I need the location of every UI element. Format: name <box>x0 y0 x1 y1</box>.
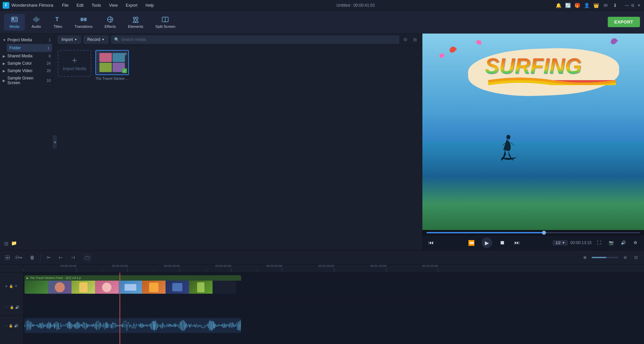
ruler-tick-4 <box>231 268 231 272</box>
ruler-minor-1 <box>50 270 50 272</box>
sidebar-section-sample-green-screen[interactable]: ▶ Sample Green Screen 10 <box>0 74 53 87</box>
snap-btn[interactable] <box>13 254 20 261</box>
titles-icon: T <box>54 16 61 23</box>
svg-rect-7 <box>84 18 87 21</box>
chevron-right-icon2: ▶ <box>3 62 6 65</box>
project-media-children: Folder 1 <box>0 44 53 52</box>
view-toggle-icon[interactable]: ⊞ <box>412 36 418 44</box>
fullscreen-icon[interactable]: ⛶ <box>594 238 604 247</box>
progress-bar[interactable] <box>426 232 640 233</box>
svg-rect-1 <box>12 18 14 20</box>
gift-icon[interactable]: 🎁 <box>575 3 580 8</box>
video-track-content: ▶ 70s Travel Stickers Pack - 4[V] vol:4 … <box>24 273 644 299</box>
maximize-btn[interactable]: ⧉ <box>631 3 635 8</box>
toolbar-audio[interactable]: Audio <box>26 14 46 31</box>
import-media-button[interactable]: + Import Media <box>58 50 91 77</box>
sidebar-section-project-media[interactable]: ▼ Project Media 1 <box>0 36 53 44</box>
media-grid: + Import Media ⊞ ✓ <box>54 46 422 250</box>
mail-icon[interactable]: ✉ <box>603 3 608 8</box>
video-clip[interactable]: ▶ 70s Travel Stickers Pack - 4[V] vol:4 … <box>25 275 241 294</box>
menu-export[interactable]: Export <box>125 2 139 8</box>
timeline-left-btns <box>4 254 20 261</box>
ruler-mark-2: 00:00:20:00 <box>128 268 128 272</box>
crown-icon[interactable]: 👑 <box>594 3 599 8</box>
search-bar[interactable]: 🔍 <box>111 36 399 44</box>
toolbar-transitions[interactable]: Transitions <box>69 14 98 31</box>
ruler-mark-6: 00:01:00:00 <box>334 268 334 272</box>
speaker-icon-2[interactable]: 🔊 <box>14 324 18 328</box>
notification-icon[interactable]: 🔔 <box>556 3 561 8</box>
menu-edit[interactable]: Edit <box>75 2 85 8</box>
ruler-label-5: 00:00:50:00 <box>266 265 282 268</box>
close-btn[interactable]: ✕ <box>637 3 641 8</box>
preview-progress <box>422 230 644 235</box>
rewind-btn[interactable]: ⏪ <box>467 238 476 247</box>
shared-media-label: Shared Media <box>7 54 47 58</box>
user-icon[interactable]: 👤 <box>584 3 590 8</box>
filter-icon[interactable]: ⚙ <box>402 36 409 44</box>
fit-to-window-icon[interactable]: ⊡ <box>632 253 640 262</box>
add-track-btn[interactable] <box>4 254 11 261</box>
zoom-slider[interactable] <box>592 257 618 258</box>
video-track-label: ▶ 🔒 👁 <box>0 273 24 299</box>
sidebar-section-sample-video[interactable]: ▶ Sample Video 20 <box>0 67 53 74</box>
empty-track-label-1: ⑦ 1 🔒 🔊 <box>0 299 23 316</box>
stop-btn[interactable]: ⏹ <box>498 238 507 247</box>
export-button[interactable]: EXPORT <box>608 17 640 27</box>
sidebar-section-shared-media[interactable]: ▶ Shared Media 0 <box>0 52 53 60</box>
menu-tools[interactable]: Tools <box>90 2 102 8</box>
progress-handle[interactable] <box>542 231 546 235</box>
split-btn[interactable]: ⊢ <box>57 253 65 262</box>
minor-tick <box>257 270 257 272</box>
frame-3 <box>72 281 95 294</box>
eye-icon[interactable]: 👁 <box>14 284 18 288</box>
sidebar-collapse-btn[interactable]: ◀ <box>53 135 57 149</box>
ruler-label-3: 00:00:30:00 <box>164 265 180 268</box>
sample-color-label: Sample Color <box>7 61 45 66</box>
minimize-btn[interactable]: — <box>625 3 629 8</box>
lock-icon-3[interactable]: 🔒 <box>9 324 13 328</box>
zoom-out-icon[interactable]: ⊖ <box>621 253 629 262</box>
cut-btn[interactable]: ✂ <box>45 253 53 262</box>
sync-icon[interactable]: 🔄 <box>565 3 571 8</box>
volume-icon[interactable]: 🔊 <box>618 238 628 247</box>
sidebar-section-sample-color[interactable]: ▶ Sample Color 24 <box>0 60 53 67</box>
toolbar-elements[interactable]: Elements <box>123 14 149 31</box>
clip-header: ▶ 70s Travel Stickers Pack - 4[V] vol:4 … <box>25 275 241 281</box>
media-item-70s-stickers[interactable]: ⊞ ✓ 70s Travel Stickers Pack... <box>95 50 129 80</box>
media-icon <box>11 16 18 23</box>
next-frame-btn[interactable]: ⏭ <box>512 238 522 247</box>
record-dropdown[interactable]: Record ▼ <box>84 36 108 44</box>
media-panel-toolbar: Import ▼ Record ▼ 🔍 ⚙ ⊞ <box>54 34 422 46</box>
kite-1 <box>448 45 457 54</box>
lock-icon[interactable]: 🔒 <box>9 284 13 288</box>
svg-text:T: T <box>55 16 59 22</box>
toolbar-effects[interactable]: Effects <box>99 14 121 31</box>
audio-clip[interactable] <box>25 318 241 333</box>
add-media-btn[interactable] <box>84 254 91 261</box>
timeline-toolbar: ↩ ↪ 🗑 ✂ ⊢ ⊣ ⊕ ⊖ ⊡ <box>0 250 644 265</box>
audio-detach-btn[interactable]: ⊣ <box>69 253 77 262</box>
import-dropdown[interactable]: Import ▼ <box>58 36 81 44</box>
delete-btn[interactable]: 🗑 <box>28 253 36 262</box>
screenshot-icon[interactable]: 📷 <box>606 238 616 247</box>
toolbar-splitscreen[interactable]: Split Screen <box>150 14 181 31</box>
download-icon[interactable]: ⬇ <box>612 3 618 8</box>
menu-file[interactable]: File <box>61 2 70 8</box>
sidebar-folder-icon[interactable]: 📁 <box>11 240 17 247</box>
toolbar-titles[interactable]: T Titles <box>48 14 68 31</box>
zoom-in-icon[interactable]: ⊕ <box>581 253 589 262</box>
menu-help[interactable]: Help <box>144 2 155 8</box>
toolbar-media[interactable]: Media <box>4 14 25 31</box>
frame-8 <box>189 281 213 294</box>
sidebar-item-folder[interactable]: Folder 1 <box>7 44 52 52</box>
prev-frame-btn[interactable]: ⏮ <box>426 238 436 247</box>
menu-view[interactable]: View <box>108 2 119 8</box>
search-input[interactable] <box>121 37 396 42</box>
sidebar-add-icon[interactable]: ⊞ <box>4 240 8 247</box>
play-btn[interactable]: ▶ <box>481 237 492 248</box>
speaker-icon[interactable]: 🔊 <box>15 305 19 309</box>
quality-selector[interactable]: 1/2 ▼ <box>553 240 567 245</box>
lock-icon-2[interactable]: 🔒 <box>10 305 14 309</box>
settings-icon[interactable]: ⚙ <box>631 238 640 247</box>
